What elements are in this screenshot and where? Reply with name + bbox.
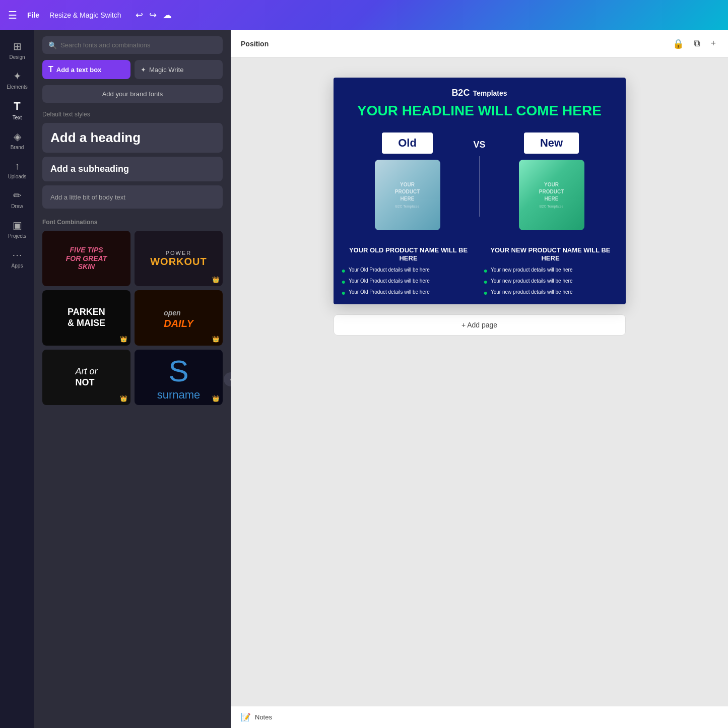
new-bullet-3: ● Your new product details will be here [484,289,618,296]
canvas-toolbar: Position 🔒 ⧉ + [231,30,728,57]
subheading-text: Add a subheading [50,164,129,174]
card-bottom: YOUR OLD PRODUCT NAME WILL BE HERE ● You… [334,238,626,305]
combo-s-text: S [168,354,188,388]
vs-separator: VS [474,133,486,230]
projects-icon: ▣ [13,219,22,231]
bullet-dot-icon: ● [484,267,488,274]
add-text-box-button[interactable]: T Add a text box [42,60,130,79]
font-combo-parken[interactable]: PARKEN& MAISE 👑 [42,290,130,346]
vs-row: Old YOURPRODUCTHERE B2C Templates VS New [334,133,626,230]
lock-icon-button[interactable]: 🔒 [671,36,686,51]
sidebar-item-label: Design [9,54,25,60]
add-page-button[interactable]: + Add page [334,314,626,336]
font-combo-art[interactable]: Art orNOT 👑 [42,350,130,405]
sidebar-item-brand[interactable]: ◈ Brand [3,126,31,154]
font-combos-grid: FIVE TIPSFOR GREATSKIN POWER WORKOUT 👑 P… [34,231,231,405]
toolbar-icons: 🔒 ⧉ + [671,36,718,51]
menu-icon[interactable]: ☰ [8,9,17,21]
font-combo-power[interactable]: POWER WORKOUT 👑 [135,231,223,286]
crown-badge-4: 👑 [120,395,127,402]
bullet-dot-icon: ● [342,278,346,285]
new-label: New [524,133,579,154]
sidebar-item-draw[interactable]: ✏ Draw [3,185,31,213]
canvas-area: Position 🔒 ⧉ + B2C Templates YOUR HEADLI… [231,30,728,728]
sidebar-item-design[interactable]: ⊞ Design [3,36,31,64]
old-product-text: YOURPRODUCTHERE [395,181,420,203]
combo-tips-text: FIVE TIPSFOR GREATSKIN [66,246,107,271]
undo-button[interactable]: ↩ [136,10,143,21]
font-combo-daily[interactable]: openDAILY 👑 [135,290,223,346]
old-bullet-3: ● Your Old Product details will be here [342,289,476,296]
notes-bar: 📝 Notes [231,706,728,728]
text-box-icon: T [48,65,53,74]
add-body-item[interactable]: Add a little bit of body text [42,185,223,209]
body-text: Add a little bit of body text [50,193,125,201]
sidebar-icons: ⊞ Design ✦ Elements T Text ◈ Brand ↑ Upl… [0,30,34,728]
magic-write-icon: ✦ [141,66,146,74]
sidebar-item-label: Draw [11,204,23,209]
draw-icon: ✏ [13,189,22,202]
card-logo-row: B2C Templates [451,88,507,98]
save-cloud-button[interactable]: ☁ [163,10,172,21]
crown-badge-3: 👑 [212,336,220,343]
copy-icon-button[interactable]: ⧉ [692,36,702,51]
crown-badge-2: 👑 [120,336,127,343]
file-menu[interactable]: File [27,11,39,19]
new-product-logo: B2C Templates [540,205,563,208]
new-bullet-text-2: Your new product details will be here [491,278,573,284]
new-product-image: YOURPRODUCTHERE B2C Templates [519,160,584,230]
new-bullet-1: ● Your new product details will be here [484,267,618,274]
combo-parken-text: PARKEN& MAISE [68,307,105,328]
new-product-name: YOUR NEW PRODUCT NAME WILL BE HERE [484,246,618,263]
bullet-dot-icon: ● [342,267,346,274]
new-bullet-text-1: Your new product details will be here [491,267,573,273]
combo-power-text: WORKOUT [150,256,207,268]
new-product-text: YOURPRODUCTHERE [539,181,564,203]
sidebar-item-label: Brand [11,145,24,150]
new-bullet-text-3: Your new product details will be here [491,289,573,295]
sidebar-item-apps[interactable]: ⋯ Apps [3,245,31,273]
vs-text: VS [474,140,486,150]
card-header: B2C Templates YOUR HEADLINE WILL COME HE… [334,78,626,133]
combo-surname-text: surname [157,388,201,402]
old-label: Old [382,133,433,154]
sidebar-item-uploads[interactable]: ↑ Uploads [3,156,31,183]
sidebar-item-label: Text [13,115,22,120]
sidebar-item-label: Projects [8,233,26,239]
sidebar-item-projects[interactable]: ▣ Projects [3,215,31,243]
uploads-icon: ↑ [15,160,20,172]
notes-icon: 📝 [241,712,251,722]
add-heading-item[interactable]: Add a heading [42,123,223,153]
magic-write-button[interactable]: ✦ Magic Write [135,60,223,79]
combo-art-text: Art orNOT [75,366,97,388]
add-subheading-item[interactable]: Add a subheading [42,157,223,181]
new-column: New YOURPRODUCTHERE B2C Templates [486,133,618,230]
apps-icon: ⋯ [12,249,22,261]
font-combo-surname[interactable]: S surname 👑 [135,350,223,405]
combo-power-label: POWER [150,250,207,256]
expand-icon-button[interactable]: + [708,36,718,51]
old-detail-col: YOUR OLD PRODUCT NAME WILL BE HERE ● You… [342,246,476,297]
brand-fonts-button[interactable]: Add your brand fonts [42,85,223,103]
card-logo-icon: B2C [451,88,470,98]
topbar-title: Resize & Magic Switch [49,11,121,19]
card-headline: YOUR HEADLINE WILL COME HERE [357,102,602,119]
sidebar-item-text[interactable]: T Text [3,96,31,124]
bullet-dot-icon: ● [484,278,488,285]
combo-power-container: POWER WORKOUT [150,250,207,268]
search-input[interactable] [42,36,223,54]
old-bullet-text-1: Your Old Product details will be here [349,267,430,273]
canvas-scroll[interactable]: B2C Templates YOUR HEADLINE WILL COME HE… [231,57,728,706]
sidebar-item-label: Apps [12,263,23,269]
bullet-dot-icon: ● [342,289,346,296]
text-panel: 🔍 T Add a text box ✦ Magic Write Add you… [34,30,231,728]
redo-button[interactable]: ↪ [149,10,157,21]
main-layout: ⊞ Design ✦ Elements T Text ◈ Brand ↑ Upl… [0,30,728,728]
sidebar-item-elements[interactable]: ✦ Elements [3,66,31,94]
font-combo-tips[interactable]: FIVE TIPSFOR GREATSKIN [42,231,130,286]
card-logo-text: Templates [473,89,507,97]
font-combos-label: Font Combinations [34,213,231,231]
crown-badge: 👑 [212,276,220,283]
notes-label: Notes [255,713,272,721]
elements-icon: ✦ [13,70,22,82]
